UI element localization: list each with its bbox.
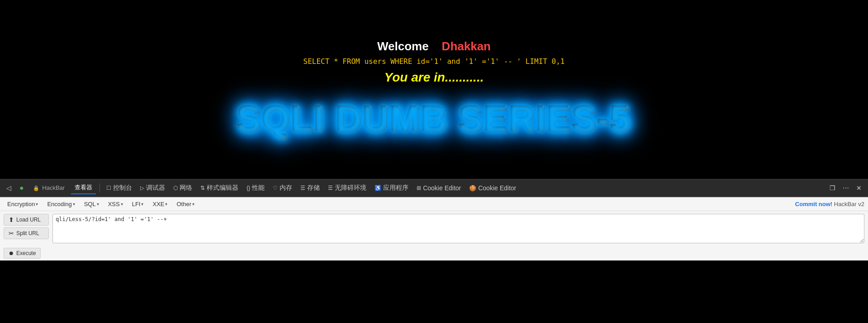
tab-debugger[interactable]: ⬡ 网络 (171, 182, 195, 194)
tab-network[interactable]: ⇅ 样式编辑器 (198, 182, 241, 194)
restore-window-button[interactable]: ❐ (827, 183, 838, 193)
close-devtools-button[interactable]: ✕ (854, 183, 864, 193)
execute-row: ⏺ Execute (0, 246, 868, 260)
execute-button[interactable]: ⏺ Execute (4, 248, 41, 259)
commit-now-label: Commit now! HackBar v2 (795, 201, 864, 207)
sql-menu[interactable]: SQL ▾ (81, 199, 103, 209)
tab-cookie-editor[interactable]: 🍪 Cookie Editor (466, 183, 519, 193)
encryption-menu[interactable]: Encryption ▾ (4, 199, 42, 209)
you-are-in: You are in........... (384, 70, 484, 85)
separator-1 (100, 183, 100, 193)
devtools-toolbar: ◁ ● 🔒 HackBar 查看器 ☐ 控制台 ▷ 调试器 ⬡ 网络 ⇅ 样式编… (0, 179, 868, 197)
more-options-button[interactable]: ⋯ (840, 183, 852, 193)
main-content: Welcome Dhakkan SELECT * FROM users WHER… (0, 0, 868, 179)
url-section: ⬆ Load URL ✂ Split URL qli/Less-5/?id=1'… (0, 211, 868, 246)
sql-chevron: ▾ (97, 202, 99, 207)
hackbar-panel: Encryption ▾ Encoding ▾ SQL ▾ XSS ▾ LFI … (0, 197, 868, 260)
page-title: SQLI DUMB SERIES-5 (237, 98, 631, 140)
username-label: Dhakkan (442, 39, 491, 53)
tab-accessibility[interactable]: ♿ 应用程序 (372, 182, 411, 194)
action-buttons: ⬆ Load URL ✂ Split URL (4, 214, 49, 239)
url-input[interactable]: qli/Less-5/?id=1' and '1' ='1' --+ (52, 214, 864, 243)
encoding-chevron: ▾ (73, 202, 75, 207)
welcome-label: Welcome (377, 39, 429, 53)
sql-query: SELECT * FROM users WHERE id='1' and '1'… (304, 57, 565, 66)
commit-now-link[interactable]: Commit now! (795, 201, 832, 207)
encryption-chevron: ▾ (36, 202, 38, 207)
hackbar-menu: Encryption ▾ Encoding ▾ SQL ▾ XSS ▾ LFI … (0, 198, 868, 211)
load-url-button[interactable]: ⬆ Load URL (4, 214, 49, 226)
other-chevron: ▾ (192, 202, 194, 207)
xxe-menu[interactable]: XXE ▾ (149, 199, 171, 209)
tab-hackbar[interactable]: 查看器 (71, 182, 96, 194)
tab-apps[interactable]: ⊞ Cookie Editor (414, 183, 464, 193)
hackbar-globe-icon[interactable]: ● (17, 182, 27, 194)
split-url-icon: ✂ (9, 230, 14, 237)
xss-menu[interactable]: XSS ▾ (104, 199, 127, 209)
xxe-chevron: ▾ (165, 202, 167, 207)
load-url-icon: ⬆ (9, 216, 14, 223)
welcome-line: Welcome Dhakkan (377, 39, 491, 53)
lfi-menu[interactable]: LFI ▾ (128, 199, 147, 209)
tab-performance[interactable]: ♡ 内存 (270, 182, 295, 194)
encoding-menu[interactable]: Encoding ▾ (43, 199, 78, 209)
tab-storage[interactable]: ☰ 无障碍环境 (325, 182, 369, 194)
tab-style-editor[interactable]: {} 性能 (244, 182, 267, 194)
execute-icon: ⏺ (9, 250, 14, 256)
split-url-button[interactable]: ✂ Split URL (4, 227, 49, 239)
tab-console[interactable]: ▷ 调试器 (138, 182, 168, 194)
nav-back-button[interactable]: ◁ (4, 183, 14, 193)
tab-maxhackbar[interactable]: 🔒 HackBar (29, 183, 68, 194)
lfi-chevron: ▾ (141, 202, 143, 207)
other-menu[interactable]: Other ▾ (173, 199, 198, 209)
tab-memory[interactable]: ☰ 存储 (298, 182, 323, 194)
tab-inspector[interactable]: ☐ 控制台 (104, 182, 135, 194)
xss-chevron: ▾ (121, 202, 123, 207)
